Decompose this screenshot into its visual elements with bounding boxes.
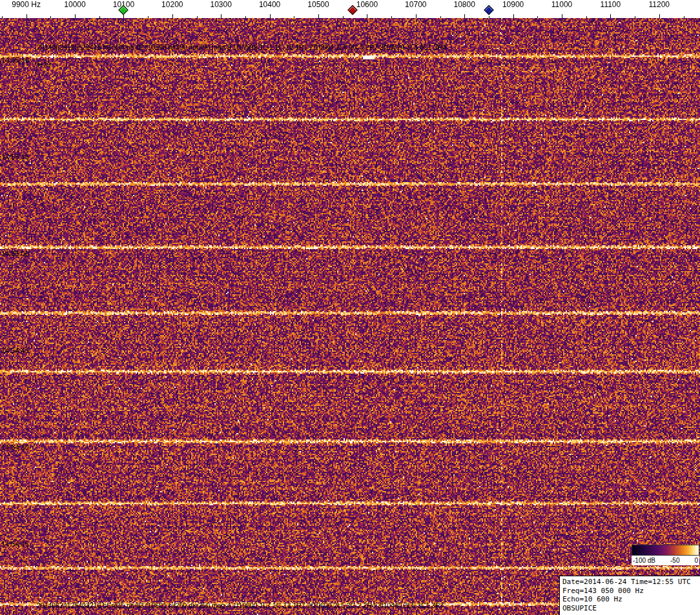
time-axis-label: 14:55:30 [1, 57, 29, 64]
colorbar-max-label: 0 [694, 557, 698, 564]
freq-tick [221, 14, 221, 18]
freq-tick [2, 16, 3, 18]
detection-annotation-bottom: 20140624125403216 hCnt35 nb-83 f10601 hi… [37, 602, 444, 609]
colorbar-mid-label: -50 [670, 557, 679, 564]
time-offset-annotation: ^t+29 [34, 61, 51, 68]
info-station-name: OBSUPICE [562, 604, 700, 613]
colorbar-min-label: -100 dB [633, 557, 655, 564]
info-echo-frequency: Echo=10 600 Hz [562, 595, 700, 604]
freq-tick-label: 10500 [307, 1, 329, 9]
freq-tick [172, 14, 173, 18]
time-axis-label: 14:54:15 [1, 541, 29, 548]
freq-tick [610, 14, 611, 18]
info-frequency: Freq=143 050 000 Hz [562, 587, 700, 596]
freq-tick-label: 10200 [161, 1, 183, 9]
freq-tick [440, 16, 441, 18]
freq-tick-label: 10800 [454, 1, 475, 9]
time-axis-label: 14:54:45 [1, 347, 29, 354]
freq-tick [489, 16, 489, 18]
frequency-ruler: 9900 Hz100001010010200103001040010500106… [0, 0, 700, 18]
freq-tick [513, 14, 514, 18]
freq-tick-label: 10400 [259, 1, 280, 9]
freq-tick [99, 16, 100, 18]
freq-tick [391, 16, 392, 18]
freq-tick [343, 16, 344, 18]
freq-tick [659, 14, 660, 18]
freq-tick [197, 16, 198, 18]
detection-annotation-top: 20140624125529418 hCnt36 nb-82 f10598 hi… [37, 44, 446, 51]
freq-tick [537, 16, 538, 18]
spectrogram-area: -100 dB -50 0 Date=2014-06-24 Time=12:55… [0, 18, 700, 615]
freq-tick [684, 16, 685, 18]
freq-tick [294, 16, 294, 18]
freq-tick [562, 14, 562, 18]
freq-tick-label: 11000 [551, 1, 572, 9]
freq-tick [245, 16, 246, 18]
station-info-box: Date=2014-06-24 Time=12:55 UTC Freq=143 … [559, 576, 700, 615]
freq-tick [416, 14, 417, 18]
freq-tick-label: 10900 [502, 1, 524, 9]
freq-tick [270, 14, 271, 18]
time-axis-label: 14:55:00 [1, 250, 29, 257]
freq-tick [367, 14, 367, 18]
freq-tick-label: 10600 [356, 1, 378, 9]
spectrogram-canvas[interactable] [0, 18, 700, 615]
freq-tick-label: 9900 Hz [12, 1, 41, 9]
freq-tick [148, 16, 149, 18]
freq-tick-label: 11100 [601, 1, 621, 9]
waterfall-window: 9900 Hz100001010010200103001040010500106… [0, 0, 700, 615]
info-date-time: Date=2014-06-24 Time=12:55 UTC [562, 578, 700, 587]
colorbar-legend: -100 dB -50 0 [632, 545, 699, 565]
freq-tick [586, 16, 587, 18]
freq-tick [75, 14, 76, 18]
freq-tick-label: 10300 [211, 1, 232, 9]
freq-tick [50, 16, 51, 18]
freq-tick [318, 14, 319, 18]
time-axis-label: 14:54:30 [1, 444, 29, 451]
time-axis-label: 14:55:15 [1, 154, 29, 161]
freq-tick-label: 11200 [649, 1, 670, 9]
colorbar-labels: -100 dB -50 0 [632, 556, 699, 565]
freq-tick-label: 10700 [405, 1, 426, 9]
blue-frequency-marker-diamond[interactable] [484, 5, 494, 15]
freq-tick-label: 10000 [64, 1, 85, 9]
colorbar-gradient [632, 545, 699, 556]
freq-tick [464, 14, 465, 18]
freq-tick [635, 16, 635, 18]
freq-tick [26, 14, 27, 18]
